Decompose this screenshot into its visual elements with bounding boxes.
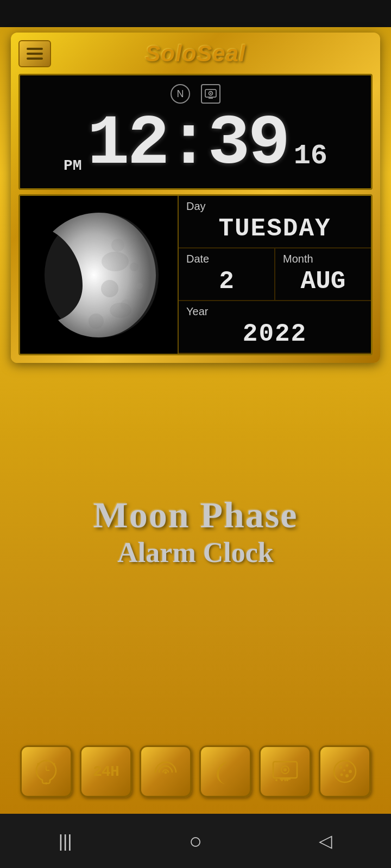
settings-button[interactable] [319,745,371,797]
svg-point-20 [165,771,167,774]
top-status-bar [0,0,391,27]
svg-point-11 [136,283,143,289]
main-frame: SoloSeal N PM 12:39 16 [11,33,380,363]
bottom-toolbar: 24H [0,745,391,797]
svg-point-35 [343,769,345,771]
svg-point-29 [334,761,356,782]
header: SoloSeal [18,40,373,67]
recent-apps-button[interactable]: ||| [59,831,72,851]
svg-point-26 [275,779,278,781]
menu-button[interactable] [18,40,51,67]
svg-point-32 [349,770,352,773]
svg-point-10 [89,314,104,329]
signal-button[interactable] [140,745,192,797]
moon-image [31,202,167,348]
clock-icons: N [31,84,360,104]
svg-point-2 [210,93,211,94]
alarm-clock-title: Alarm Clock [0,537,391,569]
svg-point-6 [111,239,124,252]
branding-section: Moon Phase Alarm Clock [0,494,391,569]
month-label: Month [283,253,363,265]
info-area: Day TUESDAY Date 2 Month AUG Year 2022 [18,194,373,355]
clock-display: N PM 12:39 16 [18,74,373,190]
day-label: Day [186,200,363,213]
svg-point-30 [339,765,342,769]
year-value: 2022 [186,320,363,348]
month-col: Month AUG [275,248,371,300]
time-seconds: 16 [294,140,327,172]
app-title: SoloSeal [145,41,245,67]
month-value: AUG [283,267,363,296]
svg-point-28 [286,779,288,781]
svg-point-8 [101,280,118,297]
home-button[interactable]: ○ [189,829,202,853]
moon-display [20,196,178,354]
moon-phase-title: Moon Phase [0,494,391,537]
day-value: TUESDAY [186,215,363,243]
time-hours-minutes: 12:39 [87,109,288,180]
date-col: Date 2 [179,248,275,300]
time-display: PM 12:39 16 [31,109,360,180]
svg-point-12 [102,252,129,271]
date-panel: Day TUESDAY Date 2 Month AUG Year 2022 [178,196,371,354]
svg-point-23 [283,768,287,771]
svg-point-13 [110,303,131,318]
back-button[interactable]: ◁ [319,831,332,851]
day-row: Day TUESDAY [179,196,371,248]
north-icon: N [171,84,190,104]
moon-button[interactable] [199,745,251,797]
am-pm-indicator: PM [64,157,82,174]
24h-label: 24H [93,763,118,780]
svg-point-27 [281,779,283,781]
date-month-row: Date 2 Month AUG [179,248,371,301]
date-value: 2 [186,267,267,296]
svg-point-17 [45,782,47,784]
svg-point-31 [346,764,349,767]
screen-icon [201,84,220,104]
display-button[interactable] [259,745,311,797]
alarm-button[interactable] [20,745,72,797]
svg-point-34 [345,774,349,777]
bottom-nav: ||| ○ ◁ [0,814,391,868]
24h-button[interactable]: 24H [80,745,132,797]
svg-point-7 [130,263,138,271]
svg-point-33 [340,774,343,776]
date-label: Date [186,253,267,265]
year-row: Year 2022 [179,301,371,354]
year-label: Year [186,305,363,318]
